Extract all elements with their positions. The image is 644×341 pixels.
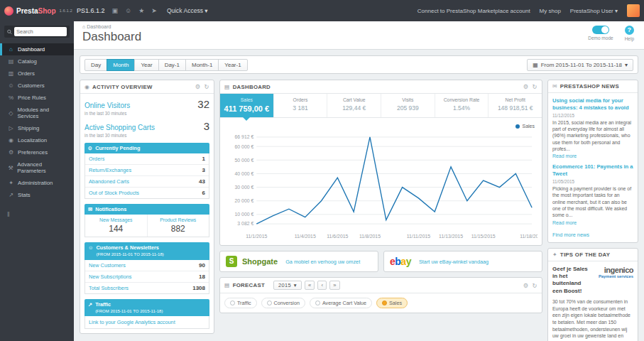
sidebar-item-label: Modules and Services — [17, 107, 68, 119]
forecast-legend-average-cart-value[interactable]: Average Cart Value — [310, 298, 372, 308]
customers-newsletters-header: ☺ Customers & Newsletters(FROM 2015-11-0… — [84, 242, 209, 260]
svg-text:30 000 €: 30 000 € — [235, 185, 254, 190]
sidebar-item-preferences[interactable]: ⚙Preferences — [0, 146, 74, 158]
svg-text:11/11/2015: 11/11/2015 — [407, 234, 431, 239]
search-input[interactable] — [14, 27, 67, 36]
notifications-box: New Messages144 Product Reviews882 — [84, 215, 209, 237]
news-headline-link[interactable]: Ecommerce 101: Payments in a Tweet — [552, 163, 633, 178]
forecast-legend-sales[interactable]: Sales — [376, 298, 408, 308]
forecast-first-button[interactable]: « — [305, 281, 315, 290]
kpi-conversion-rate[interactable]: Conversion Rate1.54% — [435, 94, 489, 117]
online-visitors-sub: in the last 30 minutes — [84, 111, 209, 116]
sidebar-item-label: Orders — [18, 70, 35, 77]
demo-mode-control: Demo mode — [588, 26, 613, 41]
sidebar-item-customers[interactable]: ☺Customers — [0, 80, 74, 92]
shopgate-link[interactable]: Ga mobiel en verhoog uw omzet — [285, 259, 360, 265]
customers-row: New Customers90 — [85, 260, 209, 271]
clock-icon: ⊙ — [88, 145, 92, 151]
price-rules-icon: % — [8, 94, 14, 101]
tips-headline: Geef je Sales in het buitenland een Boos… — [552, 266, 589, 296]
quick-access-menu[interactable]: Quick Access ▾ — [167, 7, 208, 14]
cart-icon[interactable]: ▣ — [112, 7, 119, 14]
user-menu[interactable]: PrestaShop User ▾ — [570, 8, 618, 14]
kpi-orders[interactable]: Orders3 181 — [274, 94, 328, 117]
shop-name-link[interactable]: PS1.6.1.2 — [77, 7, 105, 14]
kpi-cart-value[interactable]: Cart Value129,44 € — [327, 94, 381, 117]
top-bar: PrestaShop 1.6.1.2 PS1.6.1.2 ▣ ☺ ★ ➤ Qui… — [0, 0, 644, 21]
forecast-year-select[interactable]: 2015▾ — [273, 281, 302, 290]
gear-icon[interactable]: ⚙ — [523, 282, 529, 289]
date-range-picker[interactable]: ▦ From 2015-11-01 To 2015-11-18 ▾ — [527, 59, 633, 71]
kpi-strip: Sales411 759,00 € Orders3 181 Cart Value… — [220, 94, 542, 118]
sidebar-item-catalog[interactable]: ▤Catalog — [0, 55, 74, 67]
tips-panel-title: TIPS OF THE DAY — [560, 251, 611, 258]
orders-icon: ▥ — [8, 70, 14, 77]
help-icon[interactable]: ? — [625, 26, 634, 35]
kpi-visits[interactable]: Visits205 939 — [381, 94, 435, 117]
year-button[interactable]: Year — [134, 59, 158, 71]
tips-of-the-day-panel: ✦ TIPS OF THE DAY Geef je Sales in het b… — [547, 248, 638, 341]
user-icon[interactable]: ☺ — [125, 7, 131, 14]
day-button[interactable]: Day — [84, 59, 107, 71]
refresh-icon[interactable]: ↻ — [533, 282, 537, 289]
prestashop-logo[interactable]: PrestaShop 1.6.1.2 — [0, 6, 74, 16]
chart-legend[interactable]: Sales — [224, 124, 537, 129]
sidebar-item-label: Administration — [18, 180, 53, 186]
google-analytics-link[interactable]: Link to your Google Analytics account — [85, 316, 209, 328]
year-1-button[interactable]: Year-1 — [218, 59, 247, 71]
traffic-box: Link to your Google Analytics account — [84, 316, 209, 329]
page-header: ⌂ Dashboard Dashboard Demo mode ? Help — [74, 21, 644, 50]
online-visitors-link[interactable]: Online Visitors — [84, 102, 130, 109]
demo-mode-toggle[interactable] — [592, 26, 609, 34]
sidebar-item-dashboard[interactable]: ⌂Dashboard — [0, 43, 74, 55]
svg-text:60 000 €: 60 000 € — [235, 144, 254, 148]
sidebar-item-administration[interactable]: ✦Administration — [0, 177, 74, 189]
sidebar-item-modules[interactable]: ◇Modules and Services — [0, 104, 74, 122]
sidebar-item-stats[interactable]: ↗Stats — [0, 189, 74, 201]
people-icon: ☺ — [88, 244, 93, 251]
active-carts-link[interactable]: Active Shopping Carts — [84, 124, 155, 131]
read-more-link[interactable]: Read more — [552, 153, 577, 158]
date-range-value: From 2015-11-01 To 2015-11-18 — [541, 62, 622, 68]
rocket-icon[interactable]: ➤ — [151, 7, 157, 14]
my-shop-link[interactable]: My shop — [540, 8, 561, 14]
chart-icon: ▤ — [224, 84, 230, 90]
sidebar-item-label: Shipping — [18, 125, 39, 131]
star-icon[interactable]: ★ — [138, 7, 144, 14]
sidebar-item-advanced-parameters[interactable]: ⚒Advanced Parameters — [0, 158, 74, 177]
customers-icon: ☺ — [8, 82, 14, 89]
forecast-panel: ▤ FORECAST 2015▾ « ‹ » ⚙↻ Traffic — [219, 277, 542, 313]
sidebar-item-price-rules[interactable]: %Price Rules — [0, 92, 74, 104]
ebay-link[interactable]: Start uw eBay-winkel vandaag — [419, 259, 489, 265]
gear-icon[interactable]: ⚙ — [523, 83, 529, 90]
marketplace-link[interactable]: Connect to PrestaShop Marketplace accoun… — [417, 8, 530, 14]
kpi-sales[interactable]: Sales411 759,00 € — [220, 94, 274, 117]
sidebar-item-shipping[interactable]: ▷Shipping — [0, 122, 74, 134]
sidebar-search — [4, 26, 70, 38]
forecast-prev-button[interactable]: ‹ — [317, 281, 327, 290]
dashboard-icon: ⌂ — [8, 46, 14, 53]
forecast-legend-conversion[interactable]: Conversion — [261, 298, 305, 308]
gear-icon[interactable]: ⚙ — [195, 83, 201, 90]
dashboard-panel: ▤ DASHBOARD ⚙↻ Sales411 759,00 € Orders3… — [219, 80, 542, 246]
sidebar-item-localization[interactable]: ◉Localization — [0, 134, 74, 146]
forecast-next-button[interactable]: » — [329, 281, 339, 290]
news-date: 11/05/2015 — [552, 179, 633, 184]
sidebar-item-orders[interactable]: ▥Orders — [0, 67, 74, 80]
find-more-news-link[interactable]: Find more news — [552, 232, 633, 238]
kpi-net-profit[interactable]: Net Profit148 918,51 € — [489, 94, 542, 117]
month-button[interactable]: Month — [107, 59, 135, 71]
news-headline-link[interactable]: Using social media for your business: 4 … — [552, 97, 633, 112]
svg-text:50 000 €: 50 000 € — [235, 158, 254, 163]
month-1-button[interactable]: Month-1 — [185, 59, 219, 71]
sidebar-collapse-icon[interactable]: ‖ — [7, 211, 74, 218]
day-1-button[interactable]: Day-1 — [158, 59, 186, 71]
customers-row: New Subscriptions18 — [85, 271, 209, 283]
avatar[interactable] — [627, 4, 640, 17]
forecast-legend-traffic[interactable]: Traffic — [224, 298, 257, 308]
refresh-icon[interactable]: ↻ — [533, 83, 537, 90]
refresh-icon[interactable]: ↻ — [204, 83, 209, 90]
read-more-link[interactable]: Read more — [552, 220, 577, 225]
sidebar: ⌂Dashboard ▤Catalog ▥Orders ☺Customers %… — [0, 21, 74, 341]
chevron-down-icon: ▾ — [294, 282, 297, 288]
